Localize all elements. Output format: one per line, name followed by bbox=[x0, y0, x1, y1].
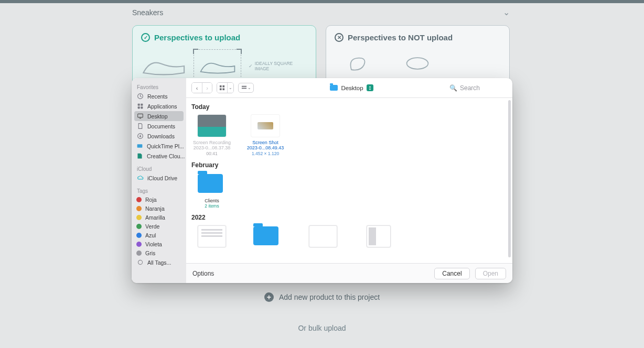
group-by-toggle[interactable]: ⌄ bbox=[238, 83, 254, 93]
tag-dot-icon bbox=[136, 242, 142, 247]
sidebar-tag-violeta[interactable]: Violeta bbox=[132, 240, 186, 248]
applications-icon bbox=[136, 103, 144, 110]
tag-dot-icon bbox=[136, 206, 142, 211]
svg-point-0 bbox=[407, 58, 428, 69]
bulk-upload-link[interactable]: Or bulk upload bbox=[0, 324, 644, 332]
scrollbar[interactable] bbox=[508, 100, 511, 257]
dialog-footer: Options Cancel Open bbox=[186, 263, 512, 283]
sidebar-item-icloud-drive[interactable]: iCloud Drive bbox=[132, 173, 186, 183]
upload-frame[interactable] bbox=[194, 49, 241, 82]
svg-rect-4 bbox=[137, 106, 139, 108]
dialog-main: ‹ › ⌄ ⌄ Desktop ▴▾ 🔍 Search Today bbox=[186, 78, 512, 283]
image-thumbnail-icon bbox=[251, 115, 280, 137]
sidebar-item-quicktime[interactable]: QuickTime Pl... bbox=[132, 141, 186, 151]
folder-icon bbox=[198, 173, 226, 195]
forward-button[interactable]: › bbox=[202, 83, 212, 93]
folder-icon bbox=[330, 85, 338, 91]
tag-dot-icon bbox=[136, 197, 142, 202]
creative-cloud-icon bbox=[136, 153, 143, 160]
folder-icon bbox=[253, 225, 282, 247]
sidebar-item-downloads[interactable]: Downloads bbox=[132, 131, 186, 141]
tags-heading: Tags bbox=[132, 186, 186, 195]
file-open-dialog: Favorites Recents Applications Desktop D… bbox=[132, 78, 512, 283]
cancel-button[interactable]: Cancel bbox=[434, 268, 469, 279]
svg-rect-8 bbox=[137, 144, 143, 148]
svg-rect-14 bbox=[241, 86, 246, 87]
svg-point-9 bbox=[138, 260, 142, 264]
file-item[interactable] bbox=[191, 225, 232, 251]
document-thumbnail-icon bbox=[198, 225, 226, 247]
sidebar-tag-naranja[interactable]: Naranja bbox=[132, 204, 186, 213]
file-item[interactable] bbox=[358, 225, 399, 251]
open-button[interactable]: Open bbox=[475, 268, 506, 279]
svg-rect-15 bbox=[241, 88, 246, 89]
file-item[interactable]: Screen Recording 2023-0...08.37.38 00:41 bbox=[191, 115, 232, 156]
top-stripe bbox=[0, 0, 644, 3]
updown-icon: ▴▾ bbox=[367, 84, 373, 91]
options-button[interactable]: Options bbox=[192, 270, 214, 277]
file-item[interactable]: Screen Shot 2023-0...08.49.43 1.452 × 1.… bbox=[245, 115, 286, 156]
nav-group: ‹ › bbox=[191, 82, 212, 93]
sidebar-item-recents[interactable]: Recents bbox=[132, 91, 186, 101]
section-today: Today bbox=[191, 103, 507, 111]
dialog-toolbar: ‹ › ⌄ ⌄ Desktop ▴▾ 🔍 Search bbox=[186, 78, 512, 98]
file-thumbnail-icon bbox=[367, 225, 391, 247]
upload-card-title: ✓ Perspectives to upload bbox=[141, 33, 307, 42]
svg-rect-5 bbox=[141, 106, 143, 108]
svg-rect-6 bbox=[137, 114, 143, 117]
chevron-down-icon: ⌄ bbox=[227, 83, 233, 93]
sidebar-item-desktop[interactable]: Desktop bbox=[134, 111, 184, 121]
search-input[interactable]: 🔍 Search bbox=[449, 84, 507, 92]
check-circle-icon: ✓ bbox=[141, 33, 150, 42]
video-thumbnail-icon bbox=[198, 115, 226, 137]
sidebar-item-applications[interactable]: Applications bbox=[132, 101, 186, 111]
svg-rect-3 bbox=[141, 104, 143, 106]
view-grid-toggle[interactable]: ⌄ bbox=[217, 82, 234, 93]
chevron-down-icon: ⌄ bbox=[503, 7, 510, 17]
tag-dot-icon bbox=[136, 233, 142, 238]
section-2022: 2022 bbox=[191, 214, 507, 221]
desktop-icon bbox=[136, 113, 144, 120]
plus-circle-icon: + bbox=[264, 292, 274, 302]
file-item[interactable]: Clients 2 items bbox=[191, 173, 232, 209]
section-february: February bbox=[191, 161, 507, 169]
svg-rect-13 bbox=[222, 88, 224, 90]
clock-icon bbox=[136, 93, 144, 100]
product-dropdown[interactable]: Sneakers ⌄ bbox=[132, 7, 510, 17]
ideal-hint: ✓ IDEALLY SQUARE IMAGE bbox=[249, 61, 307, 71]
shoe-angled-icon bbox=[345, 49, 377, 78]
x-circle-icon: ✕ bbox=[335, 33, 344, 42]
sidebar-tag-roja[interactable]: Roja bbox=[132, 195, 186, 204]
location-dropdown[interactable]: Desktop ▴▾ bbox=[326, 83, 377, 92]
tag-dot-icon bbox=[136, 215, 142, 220]
search-icon: 🔍 bbox=[449, 84, 457, 92]
svg-rect-2 bbox=[137, 104, 139, 106]
file-item[interactable] bbox=[303, 225, 344, 251]
sidebar-tag-gris[interactable]: Gris bbox=[132, 248, 186, 257]
chevron-down-icon: ⌄ bbox=[248, 85, 251, 90]
svg-rect-12 bbox=[220, 88, 222, 90]
file-thumbnail-icon bbox=[309, 225, 337, 247]
svg-rect-10 bbox=[220, 85, 222, 88]
product-label: Sneakers bbox=[132, 8, 163, 17]
sidebar-all-tags[interactable]: All Tags... bbox=[132, 257, 186, 267]
sidebar-tag-verde[interactable]: Verde bbox=[132, 222, 186, 231]
document-icon bbox=[136, 123, 144, 130]
download-icon bbox=[136, 133, 144, 140]
bottom-actions: + Add new product to this project Or bul… bbox=[0, 292, 644, 332]
add-product-button[interactable]: + Add new product to this project bbox=[264, 292, 380, 302]
back-button[interactable]: ‹ bbox=[192, 83, 202, 93]
grid-view-icon bbox=[217, 83, 227, 93]
favorites-heading: Favorites bbox=[132, 82, 186, 91]
not-upload-card-title: ✕ Perspectives to NOT upload bbox=[335, 33, 501, 42]
shoe-top-icon bbox=[402, 49, 433, 78]
sidebar-item-creative-cloud[interactable]: Creative Clou... bbox=[132, 151, 186, 161]
sidebar-tag-amarilla[interactable]: Amarilla bbox=[132, 213, 186, 222]
sidebar-tag-azul[interactable]: Azul bbox=[132, 231, 186, 240]
file-item[interactable] bbox=[247, 225, 288, 251]
sidebar-item-documents[interactable]: Documents bbox=[132, 121, 186, 131]
dialog-sidebar: Favorites Recents Applications Desktop D… bbox=[132, 78, 186, 283]
tag-dot-icon bbox=[136, 251, 142, 256]
sneaker-icon bbox=[199, 55, 237, 78]
file-area[interactable]: Today Screen Recording 2023-0...08.37.38… bbox=[186, 98, 512, 263]
